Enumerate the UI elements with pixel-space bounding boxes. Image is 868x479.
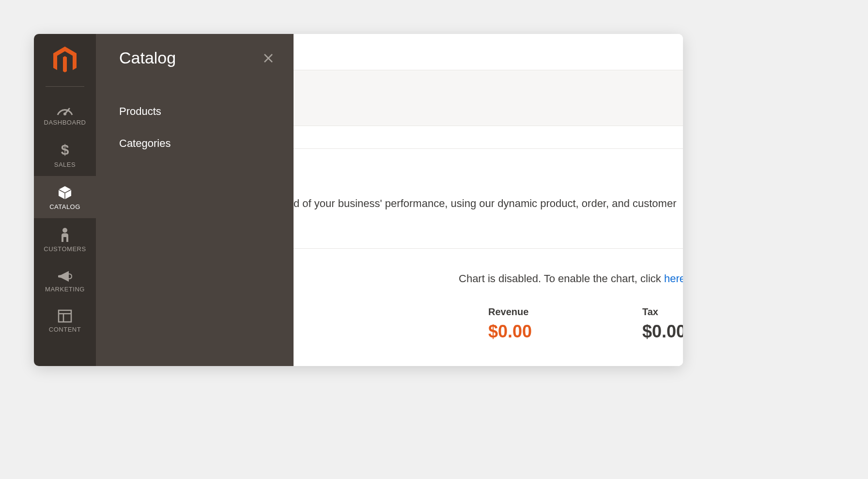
main-content: d of your business' performance, using o… — [294, 34, 683, 366]
stat-tax: Tax $0.00 — [642, 306, 683, 342]
flyout-item-categories[interactable]: Categories — [119, 137, 270, 150]
box-icon — [57, 185, 73, 200]
catalog-flyout-panel: Catalog Products Categories — [96, 34, 294, 366]
stat-label: Tax — [642, 306, 683, 318]
stat-value: $0.00 — [642, 321, 683, 342]
stat-revenue: Revenue $0.00 — [488, 306, 642, 342]
chart-disabled-text: Chart is disabled. To enable the chart, … — [459, 272, 664, 285]
flyout-title: Catalog — [119, 48, 270, 67]
sidebar: DASHBOARD $ SALES CATALOG — [34, 34, 96, 366]
sidebar-item-label: CATALOG — [49, 203, 80, 210]
magento-logo-icon[interactable] — [51, 46, 78, 78]
close-icon — [263, 52, 274, 64]
sidebar-item-label: MARKETING — [45, 286, 85, 293]
divider — [294, 248, 683, 249]
sidebar-item-label: CONTENT — [49, 326, 81, 333]
app-window: DASHBOARD $ SALES CATALOG — [34, 34, 683, 366]
flyout-item-products[interactable]: Products — [119, 105, 270, 118]
stat-label: Revenue — [488, 306, 642, 318]
sidebar-item-sales[interactable]: $ SALES — [34, 134, 96, 176]
sidebar-item-label: DASHBOARD — [44, 119, 86, 126]
person-icon — [60, 227, 70, 242]
chart-disabled-message: Chart is disabled. To enable the chart, … — [459, 272, 683, 285]
megaphone-icon — [57, 269, 73, 283]
sub-strip — [294, 126, 683, 149]
close-button[interactable] — [263, 52, 274, 66]
svg-text:$: $ — [61, 143, 69, 158]
svg-rect-4 — [59, 310, 71, 322]
enable-chart-link[interactable]: here — [664, 272, 683, 285]
sidebar-item-content[interactable]: CONTENT — [34, 301, 96, 341]
title-strip — [294, 70, 683, 126]
stats-row: Revenue $0.00 Tax $0.00 — [294, 306, 683, 342]
sidebar-item-dashboard[interactable]: DASHBOARD — [34, 96, 96, 134]
layout-icon — [58, 309, 72, 323]
sidebar-item-label: SALES — [54, 161, 76, 168]
gauge-icon — [56, 104, 74, 116]
sidebar-item-catalog[interactable]: CATALOG — [34, 176, 96, 218]
intro-text: d of your business' performance, using o… — [294, 197, 683, 210]
svg-point-3 — [62, 228, 67, 233]
sidebar-item-label: CUSTOMERS — [44, 245, 86, 253]
sidebar-item-marketing[interactable]: MARKETING — [34, 260, 96, 301]
logo-divider — [46, 86, 84, 87]
header-strip — [294, 34, 683, 70]
stat-value: $0.00 — [488, 321, 642, 342]
sidebar-item-customers[interactable]: CUSTOMERS — [34, 218, 96, 260]
main-body: d of your business' performance, using o… — [294, 149, 683, 366]
dollar-icon: $ — [59, 143, 71, 158]
